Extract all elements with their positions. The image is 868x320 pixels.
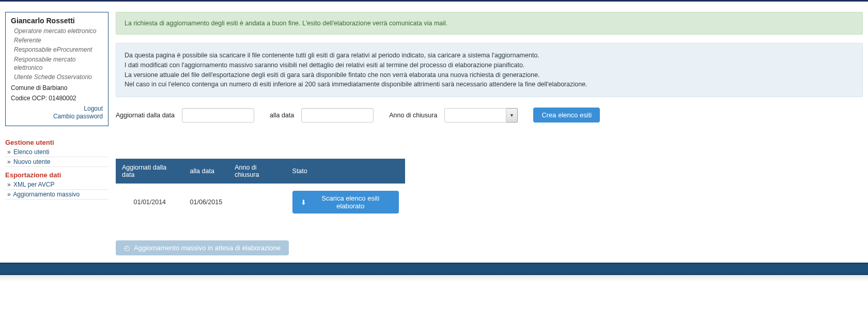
nav-link-label: XML per AVCP bbox=[13, 181, 54, 188]
filter-row: Aggiornati dalla data alla data Anno di … bbox=[116, 108, 863, 123]
filter-to-input[interactable] bbox=[301, 108, 374, 123]
filter-from-input[interactable] bbox=[182, 108, 254, 123]
filter-year-group: Anno di chiusura ▾ bbox=[389, 108, 518, 123]
user-role: Responsabile mercato elettronico bbox=[11, 55, 103, 72]
cell-from: 01/01/2014 bbox=[116, 184, 184, 218]
filter-year-select[interactable] bbox=[444, 108, 506, 123]
cell-year bbox=[228, 184, 286, 218]
footer-shadow bbox=[0, 275, 868, 281]
info-line: Da questa pagina è possibile sia scarica… bbox=[125, 51, 854, 60]
col-year: Anno di chiusura bbox=[228, 159, 286, 184]
footer-bar bbox=[0, 263, 868, 275]
user-role: Referente bbox=[11, 36, 103, 44]
info-line: La versione attuale del file dell'esport… bbox=[125, 70, 854, 80]
col-from: Aggiornati dalla data bbox=[116, 159, 184, 184]
filter-year-label: Anno di chiusura bbox=[389, 112, 437, 119]
nav-section-gestione-utenti: Gestione utenti bbox=[5, 139, 109, 146]
sidebar: Giancarlo Rossetti Operatore mercato ele… bbox=[5, 12, 109, 200]
nav-link-label: Aggiornamento massivo bbox=[13, 191, 80, 198]
sidebar-nav: Gestione utenti » Elenco utenti » Nuovo … bbox=[5, 139, 109, 200]
table-header-row: Aggiornati dalla data alla data Anno di … bbox=[116, 159, 405, 184]
col-to: alla data bbox=[184, 159, 229, 184]
table-row: 01/01/2014 01/06/2015 ⬇ Scarica elenco e… bbox=[116, 184, 405, 218]
info-box: Da questa pagina è possibile sia scarica… bbox=[116, 43, 863, 97]
nav-xml-per-avcp[interactable]: » XML per AVCP bbox=[5, 180, 109, 190]
clock-icon: ◴ bbox=[124, 244, 130, 252]
mass-update-pending-button[interactable]: ◴ Aggiornamento massivo in attesa di ela… bbox=[116, 240, 289, 255]
change-password-link[interactable]: Cambio password bbox=[11, 113, 103, 120]
nav-aggiornamento-massivo[interactable]: » Aggiornamento massivo bbox=[5, 190, 109, 200]
chevron-right-icon: » bbox=[7, 181, 10, 188]
user-name: Giancarlo Rossetti bbox=[11, 17, 103, 25]
nav-nuovo-utente[interactable]: » Nuovo utente bbox=[5, 157, 109, 167]
download-results-button[interactable]: ⬇ Scarica elenco esiti elaborato bbox=[292, 191, 399, 214]
button-label: Aggiornamento massivo in attesa di elabo… bbox=[134, 244, 281, 252]
user-role: Operatore mercato elettronico bbox=[11, 27, 103, 35]
user-role: Utente Schede Osservatorio bbox=[11, 73, 103, 81]
create-list-button[interactable]: Crea elenco esiti bbox=[533, 108, 600, 123]
download-icon: ⬇ bbox=[301, 199, 306, 206]
filter-to-group: alla data bbox=[270, 108, 374, 123]
chevron-right-icon: » bbox=[7, 148, 10, 156]
button-label: Scarica elenco esiti elaborato bbox=[311, 194, 391, 210]
chevron-right-icon: » bbox=[7, 158, 10, 165]
chevron-right-icon: » bbox=[7, 191, 10, 198]
info-line: Nel caso in cui l'elenco contenga un num… bbox=[125, 80, 854, 89]
user-org-code: Codice OCP: 01480002 bbox=[11, 95, 103, 102]
button-label: Crea elenco esiti bbox=[541, 111, 592, 119]
filter-from-group: Aggiornati dalla data bbox=[116, 108, 254, 123]
filter-to-label: alla data bbox=[270, 112, 294, 119]
chevron-down-icon[interactable]: ▾ bbox=[506, 108, 518, 123]
nav-elenco-utenti[interactable]: » Elenco utenti bbox=[5, 147, 109, 157]
filter-from-label: Aggiornati dalla data bbox=[116, 112, 175, 119]
nav-section-esportazione-dati: Esportazione dati bbox=[5, 171, 109, 179]
info-line: I dati modificati con l'aggiornamento ma… bbox=[125, 60, 854, 70]
cell-status: ⬇ Scarica elenco esiti elaborato bbox=[286, 184, 405, 218]
nav-link-label: Elenco utenti bbox=[13, 148, 49, 156]
main-content: La richiesta di aggiornamento degli esit… bbox=[116, 12, 863, 263]
results-table: Aggiornati dalla data alla data Anno di … bbox=[116, 159, 405, 218]
logout-link[interactable]: Logout bbox=[11, 105, 103, 112]
cell-to: 01/06/2015 bbox=[184, 184, 229, 218]
user-role: Responsabile eProcurement bbox=[11, 45, 103, 54]
success-alert: La richiesta di aggiornamento degli esit… bbox=[116, 12, 863, 35]
user-box: Giancarlo Rossetti Operatore mercato ele… bbox=[5, 12, 109, 126]
user-org-name: Comune di Barbiano bbox=[11, 84, 103, 92]
nav-link-label: Nuovo utente bbox=[13, 158, 50, 165]
col-status: Stato bbox=[286, 159, 405, 184]
